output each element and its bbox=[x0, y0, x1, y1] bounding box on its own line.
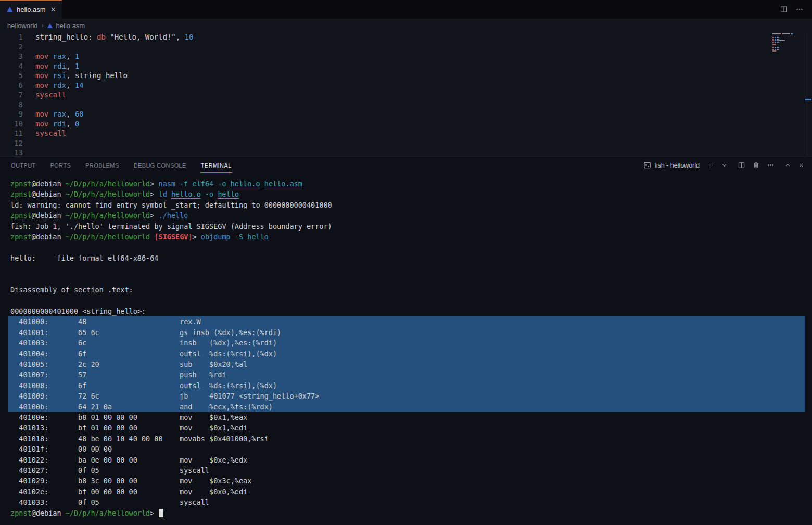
minimap-mark bbox=[775, 49, 776, 50]
code-line: 4mov rdi, 1 bbox=[0, 61, 812, 71]
line-number: 9 bbox=[0, 109, 23, 119]
new-terminal-icon[interactable] bbox=[706, 161, 714, 169]
minimap-line bbox=[772, 39, 779, 40]
minimap-mark bbox=[772, 42, 774, 43]
token: 401004: 6f outsl %ds:(%rsi),(%dx) bbox=[10, 350, 277, 358]
minimap-mark bbox=[772, 37, 774, 38]
token: 40102e: bf 00 00 00 00 mov $0x0,%edi bbox=[10, 488, 247, 496]
token bbox=[260, 180, 264, 188]
launch-profile-chevron-icon[interactable] bbox=[721, 162, 728, 169]
minimap-mark bbox=[775, 40, 776, 41]
tab-hello-asm[interactable]: hello.asm ✕ bbox=[0, 0, 62, 19]
token: > bbox=[150, 509, 158, 517]
token: ~/D/p/h/a/helloworld bbox=[66, 509, 150, 517]
token: 401029: b8 3c 00 00 00 mov $0x3c,%eax bbox=[10, 477, 251, 485]
terminal-line: 401027: 0f 05 syscall bbox=[10, 465, 805, 476]
token: Disassembly of section .text: bbox=[10, 286, 133, 294]
token: [ bbox=[154, 233, 158, 241]
token: fish: Job 1, './hello' terminated by sig… bbox=[10, 222, 332, 231]
line-number: 2 bbox=[0, 42, 23, 52]
token: @debian bbox=[32, 233, 61, 241]
token: rax bbox=[53, 110, 66, 118]
token: 40101f: 00 00 00 bbox=[10, 445, 112, 453]
terminal-line: 40102e: bf 00 00 00 00 mov $0x0,%edi bbox=[10, 486, 805, 497]
minimap-line bbox=[772, 40, 785, 41]
token bbox=[48, 110, 53, 118]
terminal-line-selected: 401001: 65 6c gs insb (%dx),%es:(%rdi) bbox=[8, 327, 805, 338]
split-terminal-icon[interactable] bbox=[738, 161, 745, 169]
token: zpnst bbox=[10, 233, 32, 241]
minimap-mark bbox=[777, 49, 778, 50]
code-area: 1string_hello: db "Hello, World!", 102 3… bbox=[0, 32, 812, 158]
token: mov bbox=[35, 62, 48, 70]
terminal-line: 401013: bf 01 00 00 00 mov $0x1,%edi bbox=[10, 422, 805, 433]
breadcrumb-separator-icon: › bbox=[42, 22, 44, 29]
token bbox=[48, 52, 53, 60]
terminal-line: 40100e: b8 01 00 00 00 mov $0x1,%eax bbox=[10, 412, 805, 422]
terminal-session-selector[interactable]: fish - helloworld bbox=[643, 161, 700, 169]
vscode-window: hello.asm ✕ helloworld › hello.asm 1stri… bbox=[0, 0, 812, 525]
minimap-mark bbox=[782, 33, 790, 34]
tab-ports[interactable]: PORTS bbox=[50, 158, 72, 173]
token: rdi bbox=[53, 62, 66, 70]
terminal-line: ld: warning: cannot find entry symbol _s… bbox=[10, 200, 805, 210]
more-actions-icon[interactable] bbox=[795, 5, 804, 14]
token: , bbox=[66, 120, 75, 128]
code-editor[interactable]: 1string_hello: db "Hello, World!", 102 3… bbox=[0, 32, 812, 156]
token: nasm bbox=[159, 180, 176, 188]
token: > bbox=[150, 180, 158, 188]
token bbox=[61, 180, 66, 188]
tab-close-icon[interactable]: ✕ bbox=[49, 5, 57, 14]
minimap-mark bbox=[780, 33, 781, 34]
token: 401027: 0f 05 syscall bbox=[10, 466, 209, 475]
minimap-line bbox=[772, 50, 776, 52]
token: syscall bbox=[35, 129, 66, 137]
token: mov bbox=[35, 120, 48, 128]
code-text: mov rsi, string_hello bbox=[23, 71, 128, 81]
token: hello: file format elf64-x86-64 bbox=[10, 254, 158, 262]
minimap-mark bbox=[772, 49, 774, 50]
minimap-mark bbox=[792, 33, 793, 34]
breadcrumb-file[interactable]: hello.asm bbox=[56, 22, 85, 30]
minimap-line bbox=[772, 44, 776, 45]
close-panel-icon[interactable] bbox=[798, 162, 805, 169]
token: -S bbox=[235, 233, 243, 241]
token: 60 bbox=[75, 110, 84, 118]
breadcrumb: helloworld › hello.asm bbox=[0, 19, 812, 32]
token: , bbox=[66, 81, 75, 89]
minimap[interactable] bbox=[772, 33, 804, 65]
minimap-mark bbox=[791, 33, 792, 34]
token: , bbox=[66, 52, 75, 60]
code-text: string_hello: db "Hello, World!", 10 bbox=[23, 32, 193, 42]
token: -o bbox=[205, 190, 213, 198]
terminal-line-selected: 401003: 6c insb (%dx),%es:(%rdi) bbox=[8, 338, 805, 348]
line-number: 1 bbox=[0, 32, 23, 42]
split-editor-icon[interactable] bbox=[780, 5, 788, 14]
tab-terminal[interactable]: TERMINAL bbox=[200, 158, 232, 173]
maximize-panel-chevron-icon[interactable] bbox=[784, 162, 791, 169]
minimap-line bbox=[772, 37, 779, 38]
terminal-line bbox=[10, 242, 805, 252]
token: ~/D/p/h/a/helloworld bbox=[66, 190, 150, 198]
tab-problems[interactable]: PROBLEMS bbox=[85, 158, 119, 173]
token bbox=[48, 81, 53, 89]
minimap-mark bbox=[772, 44, 776, 45]
terminal-output[interactable]: zpnst@debian ~/D/p/h/a/helloworld> nasm … bbox=[0, 178, 812, 525]
token: mov bbox=[35, 110, 48, 118]
minimap-mark bbox=[777, 39, 778, 40]
minimap-mark bbox=[772, 40, 774, 41]
breadcrumb-folder[interactable]: helloworld bbox=[7, 22, 38, 30]
tab-output[interactable]: OUTPUT bbox=[10, 158, 36, 173]
kill-terminal-trash-icon[interactable] bbox=[752, 161, 760, 169]
token: ld: warning: cannot find entry symbol _s… bbox=[10, 201, 332, 209]
minimap-line bbox=[772, 49, 779, 50]
code-line: 12 bbox=[0, 138, 812, 148]
line-number: 3 bbox=[0, 52, 23, 61]
code-line: 5mov rsi, string_hello bbox=[0, 71, 812, 81]
code-text bbox=[23, 138, 40, 148]
terminal-line-selected: 401004: 6f outsl %ds:(%rsi),(%dx) bbox=[8, 349, 805, 359]
tab-debug-console[interactable]: DEBUG CONSOLE bbox=[133, 158, 187, 173]
terminal-line: 401018: 48 be 00 10 40 00 00 movabs $0x4… bbox=[10, 433, 805, 444]
token: 401013: bf 01 00 00 00 mov $0x1,%edi bbox=[10, 424, 247, 432]
panel-more-actions-icon[interactable] bbox=[767, 161, 775, 169]
